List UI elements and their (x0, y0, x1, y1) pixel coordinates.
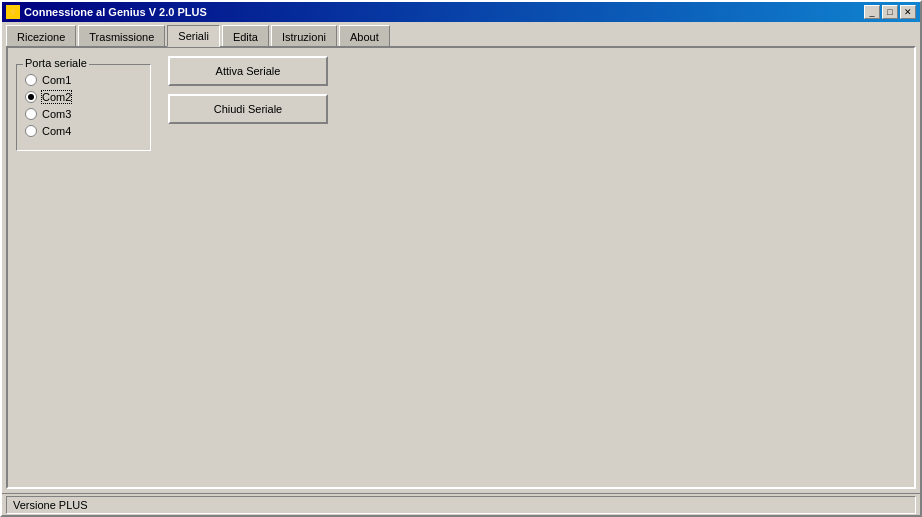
window-title: Connessione al Genius V 2.0 PLUS (24, 6, 207, 18)
window-icon: ⚡ (6, 5, 20, 19)
tab-trasmissione[interactable]: Trasmissione (78, 25, 165, 47)
com2-radio[interactable] (25, 91, 37, 103)
com1-label: Com1 (42, 74, 71, 86)
tab-strip: Ricezione Trasmissione Seriali Edita Ist… (2, 22, 920, 46)
tab-ricezione[interactable]: Ricezione (6, 25, 76, 47)
com3-option[interactable]: Com3 (25, 108, 142, 120)
close-button[interactable]: ✕ (900, 5, 916, 19)
com1-radio[interactable] (25, 74, 37, 86)
maximize-button[interactable]: □ (882, 5, 898, 19)
status-panel: Versione PLUS (6, 496, 916, 514)
com3-label: Com3 (42, 108, 71, 120)
serial-port-legend: Porta seriale (23, 57, 89, 69)
com4-radio[interactable] (25, 125, 37, 137)
chiudi-seriale-button[interactable]: Chiudi Seriale (168, 94, 328, 124)
main-window: ⚡ Connessione al Genius V 2.0 PLUS _ □ ✕… (0, 0, 922, 517)
serial-port-group: Porta seriale Com1 Com2 Com3 Com4 (16, 64, 151, 151)
tab-edita[interactable]: Edita (222, 25, 269, 47)
title-bar: ⚡ Connessione al Genius V 2.0 PLUS _ □ ✕ (2, 2, 920, 22)
com4-option[interactable]: Com4 (25, 125, 142, 137)
com1-option[interactable]: Com1 (25, 74, 142, 86)
tab-seriali[interactable]: Seriali (167, 25, 220, 47)
tab-istruzioni[interactable]: Istruzioni (271, 25, 337, 47)
status-bar: Versione PLUS (2, 493, 920, 515)
minimize-button[interactable]: _ (864, 5, 880, 19)
com2-option[interactable]: Com2 (25, 91, 142, 103)
content-area: Porta seriale Com1 Com2 Com3 Com4 Attiva… (6, 46, 916, 489)
com2-label: Com2 (42, 91, 71, 103)
title-buttons: _ □ ✕ (864, 5, 916, 19)
title-bar-left: ⚡ Connessione al Genius V 2.0 PLUS (6, 5, 207, 19)
status-text: Versione PLUS (13, 499, 88, 511)
action-buttons: Attiva Seriale Chiudi Seriale (168, 56, 328, 124)
tab-about[interactable]: About (339, 25, 390, 47)
com3-radio[interactable] (25, 108, 37, 120)
attiva-seriale-button[interactable]: Attiva Seriale (168, 56, 328, 86)
com4-label: Com4 (42, 125, 71, 137)
